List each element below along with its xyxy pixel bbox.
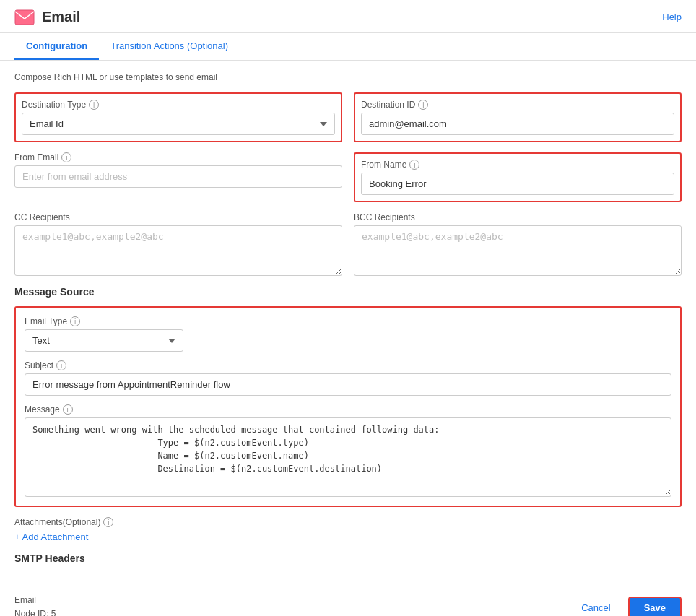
email-type-field: Email Type i Text HTML Template <box>25 316 671 352</box>
subject-input[interactable] <box>25 373 671 396</box>
tabs-bar: Configuration Transition Actions (Option… <box>0 33 696 61</box>
message-source-box: Email Type i Text HTML Template Subject … <box>14 306 682 507</box>
message-info-icon[interactable]: i <box>63 404 73 415</box>
cc-label: CC Recipients <box>14 212 342 222</box>
add-attachment-link[interactable]: + Add Attachment <box>14 532 88 542</box>
destination-type-select[interactable]: Email Id Variable Role <box>22 113 335 135</box>
email-type-label: Email Type i <box>25 316 671 326</box>
attachments-label: Attachments(Optional) i <box>14 517 682 527</box>
cc-field: CC Recipients <box>14 212 342 276</box>
from-name-label: From Name i <box>361 160 674 170</box>
from-email-info-icon[interactable]: i <box>61 152 71 162</box>
from-name-box: From Name i <box>354 152 682 202</box>
destination-type-box: Destination Type i Email Id Variable Rol… <box>14 92 342 142</box>
tab-transition-actions[interactable]: Transition Actions (Optional) <box>99 33 240 60</box>
save-button[interactable]: Save <box>628 597 682 616</box>
email-icon <box>14 9 35 25</box>
message-label: Message i <box>25 404 671 415</box>
header: Email Help <box>0 0 696 33</box>
email-type-select[interactable]: Text HTML Template <box>25 329 183 352</box>
from-name-field: From Name i <box>361 160 674 195</box>
message-field: Message i Something went wrong with the … <box>25 404 671 497</box>
header-left: Email <box>14 9 80 25</box>
email-config-page: Email Help Configuration Transition Acti… <box>0 0 696 616</box>
cc-col: CC Recipients <box>14 212 342 276</box>
svg-rect-0 <box>15 10 34 25</box>
attachments-section: Attachments(Optional) i + Add Attachment <box>14 517 682 542</box>
destination-type-label: Destination Type i <box>22 100 335 110</box>
smtp-title: SMTP Headers <box>14 552 682 564</box>
subject-label: Subject i <box>25 360 671 370</box>
email-type-info-icon[interactable]: i <box>70 316 80 326</box>
message-textarea[interactable]: Something went wrong with the scheduled … <box>25 417 671 497</box>
destination-id-box: Destination ID i <box>354 92 682 142</box>
footer-actions: Cancel Save <box>573 597 682 616</box>
tab-configuration[interactable]: Configuration <box>14 33 99 60</box>
form-description: Compose Rich HTML or use templates to se… <box>14 72 682 82</box>
destination-id-field: Destination ID i <box>361 100 674 135</box>
smtp-section: SMTP Headers <box>14 552 682 564</box>
bcc-col: BCC Recipients <box>354 212 682 276</box>
bcc-field: BCC Recipients <box>354 212 682 276</box>
from-email-col: From Email i <box>14 152 342 202</box>
from-row: From Email i From Name i <box>14 152 682 202</box>
destination-type-info-icon[interactable]: i <box>89 100 99 110</box>
destination-id-input[interactable] <box>361 113 674 135</box>
bcc-textarea[interactable] <box>354 225 682 276</box>
footer: Email Node ID: 5 Cancel Save <box>0 586 696 616</box>
bcc-label: BCC Recipients <box>354 212 682 222</box>
recipients-row: CC Recipients BCC Recipients <box>14 212 682 276</box>
destination-type-field: Destination Type i Email Id Variable Rol… <box>22 100 335 135</box>
message-source-title: Message Source <box>14 286 682 298</box>
from-email-label: From Email i <box>14 152 342 162</box>
footer-info: Email Node ID: 5 <box>14 594 56 616</box>
from-name-col: From Name i <box>354 152 682 202</box>
subject-field: Subject i <box>25 360 671 396</box>
subject-info-icon[interactable]: i <box>56 360 66 370</box>
destination-id-label: Destination ID i <box>361 100 674 110</box>
from-name-info-icon[interactable]: i <box>409 160 419 170</box>
attachments-info-icon[interactable]: i <box>103 517 113 527</box>
destination-row: Destination Type i Email Id Variable Rol… <box>14 92 682 142</box>
from-name-input[interactable] <box>361 173 674 195</box>
from-email-input[interactable] <box>14 165 342 188</box>
destination-type-col: Destination Type i Email Id Variable Rol… <box>14 92 342 142</box>
footer-email-label: Email <box>14 594 56 607</box>
cc-textarea[interactable] <box>14 225 342 276</box>
page-title: Email <box>42 9 80 25</box>
destination-id-col: Destination ID i <box>354 92 682 142</box>
content-area: Compose Rich HTML or use templates to se… <box>0 61 696 586</box>
from-email-field: From Email i <box>14 152 342 188</box>
destination-id-info-icon[interactable]: i <box>418 100 428 110</box>
footer-node-id: Node ID: 5 <box>14 607 56 616</box>
help-link[interactable]: Help <box>662 12 682 22</box>
cancel-button[interactable]: Cancel <box>573 598 619 616</box>
